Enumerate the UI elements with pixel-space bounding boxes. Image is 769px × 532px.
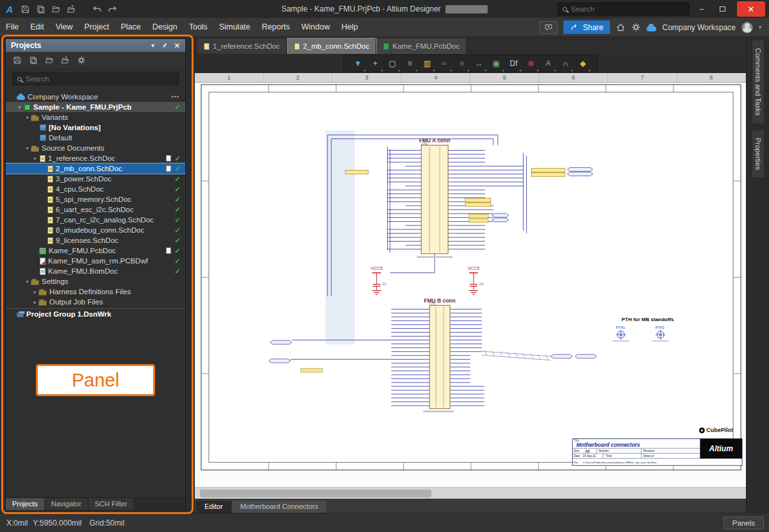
maximize-button[interactable] bbox=[714, 2, 731, 16]
tree-item[interactable]: Output Job Files ••• ✓ bbox=[6, 297, 185, 307]
arc-tool-icon[interactable]: ∩ bbox=[558, 56, 574, 71]
tree-item[interactable]: Project Group 1.DsnWrk ••• ✓ bbox=[6, 308, 185, 319]
open-project-button[interactable] bbox=[64, 3, 78, 15]
panel-menu-chevron-icon[interactable]: ▾ bbox=[151, 42, 154, 49]
tree-item[interactable]: Kame_FMU_asm_rm.PCBDwf ••• ✓ bbox=[6, 256, 185, 266]
horizontal-scrollbar[interactable] bbox=[195, 487, 746, 499]
panel-close-icon[interactable]: ✕ bbox=[174, 42, 180, 50]
right-panel-tab[interactable]: Properties bbox=[752, 129, 765, 178]
editor-view-tab[interactable]: Motherboard Connectors bbox=[232, 501, 327, 513]
sheet-symbol-tool-icon[interactable]: ▣ bbox=[489, 56, 504, 71]
tree-item[interactable]: Sample - Kame_FMU.PrjPcb ••• ✓ bbox=[6, 102, 185, 112]
tree-item[interactable]: [No Variations] ••• ✓ bbox=[6, 122, 185, 133]
tree-item[interactable]: Default ••• ✓ bbox=[6, 133, 185, 143]
bus-tool-icon[interactable]: ≡ bbox=[454, 56, 470, 71]
dimension-tool-icon[interactable]: ↔ bbox=[472, 56, 487, 71]
select-tool-icon[interactable]: ▢ bbox=[385, 56, 401, 71]
projects-search-input[interactable] bbox=[26, 75, 160, 83]
connector-cn1[interactable] bbox=[421, 145, 448, 254]
junction-tool-icon[interactable]: ◆ bbox=[575, 56, 591, 71]
user-avatar[interactable] bbox=[741, 22, 753, 33]
right-panel-tab[interactable]: Comments and Tasks bbox=[752, 40, 765, 124]
menu-item[interactable]: Design bbox=[147, 18, 183, 37]
tree-item[interactable]: 7_can_rc_i2c_analog.SchDoc ••• ✓ bbox=[6, 215, 185, 225]
tree-item[interactable]: Source Documents ••• ✓ bbox=[6, 143, 185, 153]
menu-item[interactable]: Help bbox=[336, 18, 364, 37]
tree-expand-arrow[interactable] bbox=[31, 299, 38, 305]
tree-item[interactable]: Harness Definitions Files ••• ✓ bbox=[6, 287, 185, 297]
document-tab[interactable]: 1_reference.SchDoc bbox=[197, 38, 287, 54]
tree-item[interactable]: 3_power.SchDoc ••• ✓ bbox=[6, 174, 185, 184]
panel-bottom-tab[interactable]: Projects bbox=[6, 498, 45, 510]
menu-item[interactable]: View bbox=[50, 18, 79, 37]
menu-item[interactable]: Reports bbox=[256, 18, 296, 37]
no-erc-tool-icon[interactable]: ⊗ bbox=[524, 56, 539, 71]
directives-tool-icon[interactable]: Df bbox=[506, 56, 522, 71]
new-comment-button[interactable] bbox=[540, 21, 558, 34]
tree-item[interactable]: Settings ••• ✓ bbox=[6, 276, 185, 287]
menu-item[interactable]: Simulate bbox=[213, 18, 256, 37]
sheet-entry-tool-icon[interactable]: ▥ bbox=[420, 56, 435, 71]
tree-item[interactable]: 2_mb_conn.SchDoc ••• ✓ bbox=[6, 163, 185, 174]
tree-expand-arrow[interactable] bbox=[24, 279, 31, 285]
user-menu-chevron-icon[interactable]: ▾ bbox=[759, 24, 761, 30]
text-tool-icon[interactable]: A bbox=[541, 56, 556, 71]
save-all-button[interactable] bbox=[33, 3, 47, 15]
panel-add-to-project-button[interactable] bbox=[61, 56, 70, 65]
tree-item[interactable]: 1_reference.SchDoc ••• ✓ bbox=[6, 153, 185, 163]
global-search-input[interactable] bbox=[571, 5, 674, 13]
menu-item[interactable]: Window bbox=[295, 18, 335, 37]
settings-button[interactable] bbox=[631, 22, 641, 32]
connector-cn2[interactable] bbox=[429, 305, 450, 408]
schematic-sheet[interactable]: FMU A conn CN1 FMU B conn CN2 VCC5 VCC5 … bbox=[195, 83, 746, 487]
panel-settings-button[interactable] bbox=[77, 56, 86, 65]
panel-bottom-tab[interactable]: SCH Filter bbox=[88, 498, 135, 510]
tree-item[interactable]: 4_cpu.SchDoc ••• ✓ bbox=[6, 184, 185, 194]
tree-item[interactable]: 6_uart_esc_i2c.SchDoc ••• ✓ bbox=[6, 204, 185, 215]
tree-item[interactable]: 5_spi_memory.SchDoc ••• ✓ bbox=[6, 194, 185, 204]
projects-search-box[interactable] bbox=[12, 72, 179, 85]
tree-item[interactable]: Variants ••• ✓ bbox=[6, 112, 185, 122]
menu-item[interactable]: File bbox=[0, 18, 24, 37]
move-tool-icon[interactable]: + bbox=[368, 56, 383, 71]
schematic-canvas[interactable]: FMU A conn CN1 FMU B conn CN2 VCC5 VCC5 … bbox=[195, 83, 746, 499]
document-tab[interactable]: 2_mb_conn.SchDoc bbox=[288, 38, 377, 54]
menu-item[interactable]: Place bbox=[115, 18, 146, 37]
home-button[interactable] bbox=[616, 22, 625, 32]
tree-item[interactable]: Company Workspace ••• ✓ bbox=[6, 92, 185, 102]
wire-tool-icon[interactable]: ≈ bbox=[437, 56, 452, 71]
filter-tool-icon[interactable]: ▼ bbox=[351, 56, 366, 71]
menu-item[interactable]: Edit bbox=[24, 18, 50, 37]
scrollbar-thumb[interactable] bbox=[200, 490, 431, 497]
tree-item[interactable]: 9_licenses.SchDoc ••• ✓ bbox=[6, 235, 185, 245]
save-button[interactable] bbox=[18, 3, 32, 15]
tree-expand-arrow[interactable] bbox=[16, 104, 23, 110]
open-document-button[interactable] bbox=[49, 3, 63, 15]
close-button[interactable]: ✕ bbox=[737, 1, 765, 17]
panel-bottom-tab[interactable]: Navigator bbox=[45, 498, 88, 510]
tree-expand-arrow[interactable] bbox=[31, 156, 38, 162]
editor-view-tab[interactable]: Editor bbox=[196, 501, 231, 513]
panel-pin-icon[interactable] bbox=[160, 42, 169, 50]
undo-button[interactable] bbox=[90, 3, 104, 15]
panel-save-button[interactable] bbox=[13, 56, 22, 65]
share-button[interactable]: Share bbox=[563, 21, 610, 34]
align-tool-icon[interactable]: ≡ bbox=[402, 56, 418, 71]
redo-button[interactable] bbox=[105, 3, 119, 15]
tree-item[interactable]: 8_imudebug_conn.SchDoc ••• ✓ bbox=[6, 225, 185, 235]
panel-copy-button[interactable] bbox=[29, 56, 38, 65]
document-tab[interactable]: Kame_FMU.PcbDoc bbox=[377, 38, 467, 54]
tree-expand-arrow[interactable] bbox=[24, 145, 31, 151]
tree-expand-arrow[interactable] bbox=[31, 289, 38, 295]
panels-button[interactable]: Panels bbox=[724, 517, 764, 529]
menu-item[interactable]: Project bbox=[79, 18, 115, 37]
menu-item[interactable]: Tools bbox=[183, 18, 213, 37]
panel-open-folder-button[interactable] bbox=[45, 56, 54, 65]
more-options-icon[interactable]: ••• bbox=[172, 94, 179, 100]
workspace-label[interactable]: Company Workspace bbox=[662, 23, 736, 32]
tree-item[interactable]: Kame_FMU.BomDoc ••• ✓ bbox=[6, 266, 185, 276]
global-search-box[interactable] bbox=[558, 3, 690, 15]
tree-expand-arrow[interactable] bbox=[24, 115, 31, 121]
minimize-button[interactable]: – bbox=[693, 2, 710, 16]
tree-item[interactable]: Kame_FMU.PcbDoc ••• ✓ bbox=[6, 245, 185, 256]
